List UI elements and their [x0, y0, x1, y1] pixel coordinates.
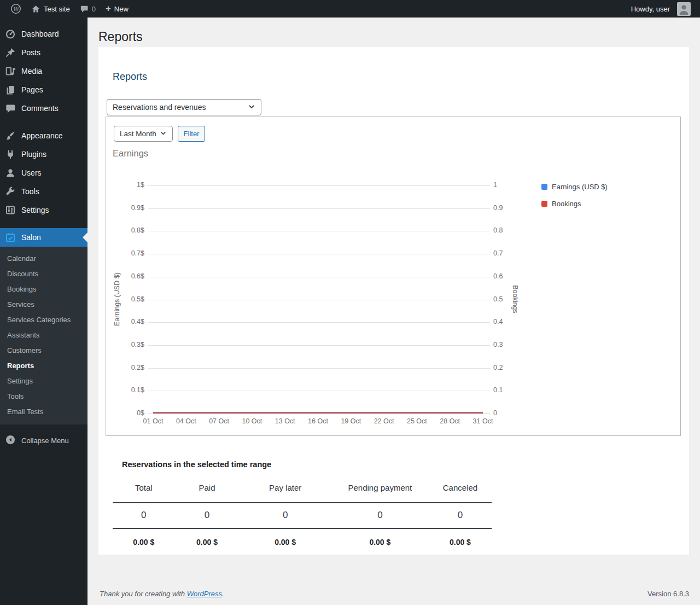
submenu-item-tools[interactable]: Tools [0, 389, 88, 404]
brush-icon [5, 130, 16, 141]
summary-title: Reservations in the selected time range [122, 460, 682, 469]
sidebar-item-label: Pages [21, 85, 43, 94]
left-axis-tick: 0.9$ [113, 204, 144, 212]
menu-separator [0, 219, 88, 228]
summary-count-value: 0 [239, 503, 331, 528]
footer-thanks-prefix: Thank you for creating with [100, 590, 187, 598]
site-name-label: Test site [44, 5, 70, 13]
sidebar-item-users[interactable]: Users [0, 164, 88, 182]
collapse-menu-label: Collapse Menu [21, 437, 69, 445]
left-axis-title: Earnings (USD $) [113, 255, 121, 343]
report-type-select[interactable]: Reservations and revenues [107, 99, 261, 115]
x-axis-tick: 28 Oct [433, 417, 467, 425]
submenu-item-customers[interactable]: Customers [0, 343, 88, 358]
x-axis-tick: 04 Oct [169, 417, 203, 425]
reports-card: Reports Reservations and revenues Last M… [98, 47, 689, 555]
left-axis-tick: 0$ [113, 409, 144, 417]
sidebar-item-comments[interactable]: Comments [0, 99, 88, 118]
submenu-item-calendar[interactable]: Calendar [0, 251, 88, 266]
wordpress-link[interactable]: WordPress [187, 590, 222, 598]
submenu-item-reports[interactable]: Reports [0, 358, 88, 374]
pages-icon [5, 84, 16, 95]
submenu-item-services-categories[interactable]: Services Categories [0, 312, 88, 328]
submenu-item-email-tests[interactable]: Email Tests [0, 404, 88, 420]
collapse-menu-button[interactable]: Collapse Menu [0, 432, 88, 449]
sidebar-item-label: Appearance [21, 131, 63, 140]
admin-bar: W Test site 0 + New Howdy, user [0, 0, 700, 18]
sidebar-item-dashboard[interactable]: Dashboard [0, 25, 88, 43]
left-axis-tick: 0.2$ [113, 364, 144, 371]
sidebar-item-media[interactable]: Media [0, 62, 88, 80]
sidebar-item-settings[interactable]: Settings [0, 201, 88, 219]
legend-label: Bookings [552, 200, 581, 208]
sidebar-item-plugins[interactable]: Plugins [0, 145, 88, 164]
howdy-link[interactable]: Howdy, user [626, 0, 696, 18]
legend-label: Earnings (USD $) [552, 183, 608, 191]
chevron-down-icon [248, 103, 255, 112]
chart-gridline [148, 414, 490, 414]
admin-menu: DashboardPostsMediaPagesCommentsAppearan… [0, 18, 88, 424]
site-name-link[interactable]: Test site [26, 0, 75, 18]
sidebar-item-label: Posts [21, 48, 40, 57]
legend-entry: Bookings [541, 200, 581, 208]
summary-counts-row: 00000 [113, 503, 492, 528]
wordpress-logo-icon: W [10, 3, 21, 14]
summary-amount-value: 0.00 $ [239, 528, 331, 546]
sidebar-item-label: Media [21, 67, 42, 75]
collapse-arrow-icon [5, 434, 16, 447]
pin-icon [5, 47, 16, 58]
summary-amount-value: 0.00 $ [113, 528, 175, 546]
footer-thanks: Thank you for creating with WordPress. [100, 590, 224, 598]
home-icon [31, 4, 40, 14]
right-axis-tick: 0.2 [493, 364, 521, 371]
sidebar-item-tools[interactable]: Tools [0, 182, 88, 201]
submenu-item-bookings[interactable]: Bookings [0, 282, 88, 297]
comment-icon [5, 103, 16, 114]
comment-icon [80, 4, 89, 13]
chart-series-layer [148, 185, 490, 414]
summary-section: Reservations in the selected time range … [106, 460, 682, 546]
dashboard-icon [5, 28, 16, 39]
summary-header-row: TotalPaidPay laterPending paymentCancele… [113, 483, 492, 503]
comments-link[interactable]: 0 [75, 0, 101, 18]
summary-column-header: Total [113, 483, 175, 503]
left-axis-tick: 0.1$ [113, 386, 144, 394]
current-menu-arrow [83, 232, 88, 242]
x-axis-tick: 22 Oct [367, 417, 401, 425]
sidebar-item-pages[interactable]: Pages [0, 80, 88, 99]
new-label: New [114, 5, 129, 13]
left-axis-tick: 0.8$ [113, 226, 144, 234]
submenu-item-discounts[interactable]: Discounts [0, 266, 88, 282]
wordpress-logo[interactable]: W [5, 0, 26, 18]
sidebar-item-posts[interactable]: Posts [0, 43, 88, 62]
summary-amount-value: 0.00 $ [175, 528, 240, 546]
admin-sidebar: DashboardPostsMediaPagesCommentsAppearan… [0, 18, 88, 605]
summary-column-header: Pending payment [331, 483, 429, 503]
legend-entry: Earnings (USD $) [541, 183, 608, 191]
new-content-link[interactable]: + New [101, 0, 133, 18]
x-axis-tick: 16 Oct [301, 417, 335, 425]
wrench-icon [5, 186, 16, 197]
settings-icon [5, 205, 16, 216]
summary-amount-value: 0.00 $ [429, 528, 492, 546]
submenu-item-assistants[interactable]: Assistants [0, 328, 88, 343]
main-content: Reports Reports Reservations and revenue… [88, 18, 700, 605]
summary-column-header: Paid [175, 483, 240, 503]
summary-table: TotalPaidPay laterPending paymentCancele… [113, 483, 492, 546]
x-axis-tick: 07 Oct [202, 417, 236, 425]
x-axis-tick: 01 Oct [136, 417, 170, 425]
sidebar-item-label: Plugins [21, 150, 46, 159]
svg-text:W: W [13, 6, 20, 12]
submenu-item-services[interactable]: Services [0, 297, 88, 312]
legend-swatch [541, 201, 547, 207]
right-axis-title: Bookings [511, 255, 519, 343]
sidebar-item-label: Comments [21, 104, 59, 113]
sidebar-item-label: Salon [21, 233, 41, 242]
x-axis-tick: 19 Oct [334, 417, 368, 425]
salon-submenu: CalendarDiscountsBookingsServicesService… [0, 247, 88, 424]
submenu-item-settings[interactable]: Settings [0, 374, 88, 389]
sidebar-item-appearance[interactable]: Appearance [0, 126, 88, 145]
x-axis-tick: 31 Oct [466, 417, 500, 425]
sidebar-item-label: Tools [21, 187, 39, 196]
sidebar-item-salon[interactable]: Salon [0, 228, 88, 247]
